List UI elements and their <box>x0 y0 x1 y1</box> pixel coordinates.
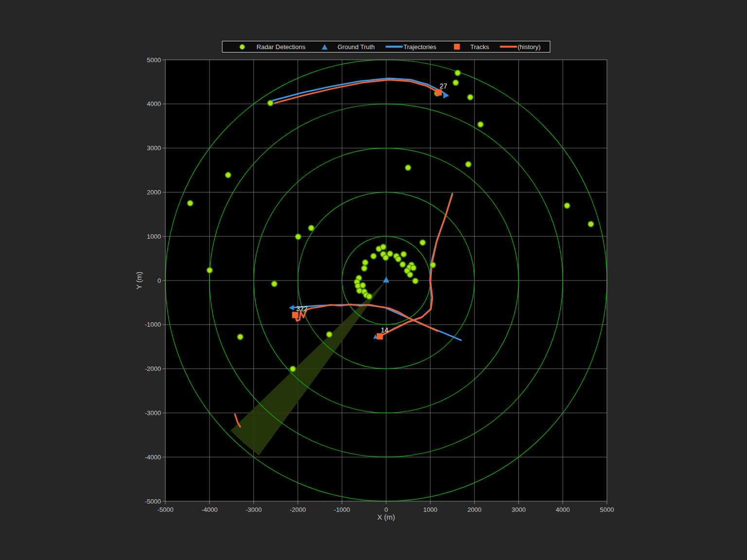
detection-marker <box>430 262 435 268</box>
detection-marker <box>237 334 243 340</box>
track-square-icon <box>454 44 460 50</box>
legend-label: Tracks <box>470 43 489 51</box>
y-axis-label: Y (m) <box>135 272 143 289</box>
x-tick-label: 3000 <box>512 506 526 513</box>
detection-marker <box>327 332 332 337</box>
detection-marker <box>408 272 413 278</box>
x-tick-label: 2000 <box>467 506 481 513</box>
detection-marker <box>268 100 273 105</box>
detection-marker <box>465 162 471 167</box>
detection-dot-icon <box>240 44 245 50</box>
legend-item-tracks: Tracks <box>442 43 495 51</box>
y-tick-label: -3000 <box>145 409 161 417</box>
legend-label: Radar Detections <box>257 43 305 51</box>
detection-marker <box>226 172 231 177</box>
track-id-label: 322 <box>296 305 308 313</box>
detection-marker <box>565 203 570 209</box>
x-axis-label: X (m) <box>377 513 395 521</box>
detection-marker <box>400 262 405 267</box>
track-square <box>292 312 299 318</box>
detection-marker <box>478 122 483 127</box>
y-tick-label: 5000 <box>147 56 161 64</box>
legend-item-radar-detections: Radar Detections <box>227 43 311 51</box>
x-tick-label: 0 <box>384 506 388 513</box>
legend-item-history: (history) <box>495 43 546 51</box>
x-tick-label: -5000 <box>157 506 173 513</box>
detection-marker <box>467 94 473 100</box>
y-tick-label: 4000 <box>147 100 161 107</box>
y-tick-label: 0 <box>158 277 161 284</box>
detection-marker <box>188 201 193 206</box>
x-tick-label: -4000 <box>201 506 217 513</box>
radar-plot: 2732214 -5000-4000-3000-2000-10000100020… <box>0 0 747 560</box>
y-tick-label: 1000 <box>147 233 161 240</box>
legend: Radar Detections Ground Truth Trajectori… <box>222 41 551 52</box>
detection-marker <box>309 226 314 231</box>
track-id-label: 14 <box>381 326 389 334</box>
x-tick-label: 1000 <box>423 506 437 513</box>
detection-marker <box>406 165 411 171</box>
x-tick-label: -3000 <box>246 506 262 513</box>
detection-marker <box>362 260 368 265</box>
y-tick-label: -4000 <box>145 454 161 461</box>
detection-marker <box>395 256 401 262</box>
x-tick-label: -1000 <box>334 506 350 513</box>
detection-marker <box>207 268 213 273</box>
detection-marker <box>272 281 277 286</box>
detection-marker <box>290 366 296 371</box>
detection-marker <box>455 70 461 75</box>
x-tick-label: -2000 <box>290 506 306 513</box>
detection-marker <box>367 294 372 299</box>
detection-marker <box>453 80 459 86</box>
legend-label: Trajectories <box>404 43 436 51</box>
detection-marker <box>371 253 376 259</box>
history-line-icon <box>500 46 517 48</box>
track-square <box>377 333 383 339</box>
trajectory-line-icon <box>386 46 403 48</box>
y-tick-label: 3000 <box>147 144 161 152</box>
legend-label: Ground Truth <box>338 43 375 51</box>
y-tick-label: -2000 <box>145 365 161 372</box>
detection-marker <box>413 278 418 283</box>
y-tick-label: 2000 <box>147 189 161 196</box>
detection-marker <box>361 266 367 271</box>
detection-marker <box>387 251 392 256</box>
legend-item-trajectories: Trajectories <box>380 43 442 51</box>
detection-marker <box>360 282 365 288</box>
matlab-figure: 2732214 -5000-4000-3000-2000-10000100020… <box>0 0 747 560</box>
detection-marker <box>383 255 389 260</box>
track-square <box>435 89 442 96</box>
detection-marker <box>420 240 426 245</box>
detection-marker <box>381 244 386 249</box>
detection-marker <box>411 265 416 271</box>
legend-label: (history) <box>518 43 541 51</box>
x-tick-label: 5000 <box>600 506 614 513</box>
detection-marker <box>296 234 301 240</box>
detection-marker <box>588 221 593 227</box>
detection-marker <box>401 251 406 257</box>
x-tick-label: 4000 <box>556 506 570 513</box>
track-id-label: 27 <box>440 82 447 90</box>
y-tick-label: -1000 <box>145 321 161 328</box>
ground-truth-triangle-icon <box>322 44 328 50</box>
y-tick-label: -5000 <box>145 498 161 505</box>
legend-item-ground-truth: Ground Truth <box>311 43 380 51</box>
